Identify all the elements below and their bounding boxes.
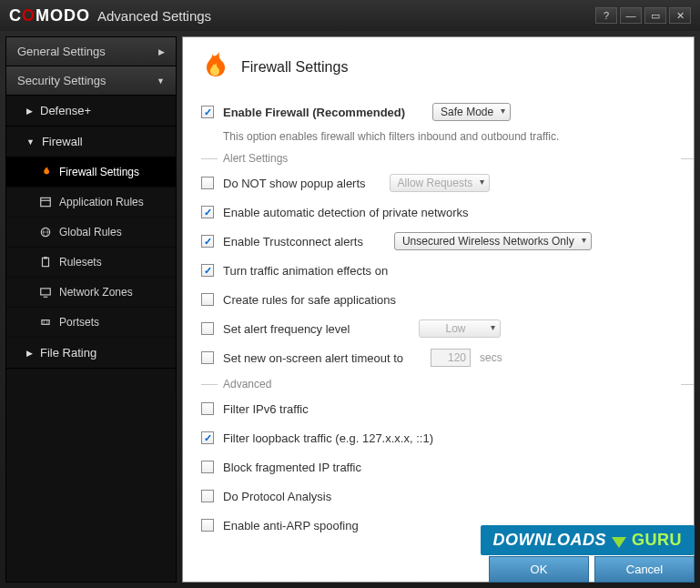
- sidebar-item-label: Global Rules: [59, 226, 122, 238]
- checkbox-protocol[interactable]: [201, 490, 214, 502]
- sidebar-sub-app-rules[interactable]: Application Rules: [6, 188, 176, 218]
- input-timeout: [431, 349, 471, 367]
- checkbox-safe-rules[interactable]: [201, 293, 214, 306]
- svg-rect-6: [44, 257, 47, 259]
- sidebar-sub-portsets[interactable]: Portsets: [6, 308, 176, 338]
- monitor-icon: [39, 286, 52, 299]
- checkbox-loopback[interactable]: [201, 431, 214, 444]
- group-alert-settings: Alert Settings: [223, 152, 675, 165]
- checkbox-no-popup[interactable]: [201, 177, 214, 189]
- help-button[interactable]: ?: [595, 7, 617, 24]
- label-protocol: Do Protocol Analysis: [223, 490, 331, 503]
- sidebar-item-label: Firewall Settings: [59, 166, 139, 178]
- sidebar-item-label: Firewall: [42, 135, 83, 148]
- desc-enable-firewall: This option enables firewall which filte…: [223, 130, 675, 143]
- window-icon: [39, 196, 52, 208]
- sidebar-label: Security Settings: [17, 74, 107, 87]
- label-timeout: Set new on-screen alert timeout to: [223, 351, 403, 365]
- checkbox-trustconnect[interactable]: [201, 235, 214, 248]
- sidebar-sub-rulesets[interactable]: Rulesets: [6, 248, 176, 278]
- label-safe-rules: Create rules for safe applications: [223, 293, 396, 307]
- sidebar-sub-global-rules[interactable]: Global Rules: [6, 218, 176, 248]
- cancel-button[interactable]: Cancel: [594, 556, 695, 583]
- titlebar: COMODO Advanced Settings ? — ▭ ✕: [0, 0, 700, 31]
- ok-button[interactable]: OK: [489, 556, 589, 583]
- brand-logo: COMODO: [9, 6, 90, 25]
- label-trustconnect: Enable Trustconnect alerts: [223, 235, 363, 248]
- chevron-right-icon: ▶: [158, 47, 165, 56]
- sidebar-label: General Settings: [17, 45, 106, 58]
- sidebar-item-label: Portsets: [59, 316, 99, 329]
- label-timeout-unit: secs: [480, 351, 502, 364]
- sidebar-item-label: Rulesets: [59, 256, 102, 269]
- svg-rect-9: [42, 320, 49, 325]
- checkbox-timeout[interactable]: [201, 351, 214, 364]
- label-traffic-anim: Turn traffic animation effects on: [223, 264, 388, 278]
- combo-firewall-mode[interactable]: Safe Mode: [432, 103, 511, 121]
- combo-no-popup-action: Allow Requests: [390, 174, 491, 192]
- chevron-right-icon: ▶: [26, 106, 33, 116]
- watermark-text-left: DOWNLOADS: [493, 531, 607, 550]
- combo-freq-level: Low: [419, 319, 501, 338]
- chevron-down-icon: ▼: [157, 76, 165, 86]
- sidebar-sub-network-zones[interactable]: Network Zones: [6, 278, 176, 308]
- sidebar-item-label: Application Rules: [59, 196, 144, 208]
- close-button[interactable]: ✕: [669, 7, 691, 24]
- globe-icon: [39, 226, 52, 238]
- sidebar-section-general[interactable]: General Settings ▶: [6, 37, 176, 66]
- svg-rect-0: [41, 198, 51, 206]
- sidebar-item-defense[interactable]: ▶ Defense+: [6, 96, 176, 127]
- page-title: Firewall Settings: [241, 59, 348, 76]
- flame-icon: [201, 50, 230, 85]
- checkbox-enable-firewall[interactable]: [201, 106, 214, 118]
- minimize-button[interactable]: —: [620, 7, 642, 24]
- svg-rect-7: [41, 289, 51, 295]
- label-enable-firewall: Enable Firewall (Recommended): [223, 106, 405, 119]
- checkbox-traffic-anim[interactable]: [201, 264, 214, 277]
- maximize-button[interactable]: ▭: [644, 7, 666, 24]
- checkbox-freq-level[interactable]: [201, 322, 214, 335]
- checkbox-auto-detect[interactable]: [201, 206, 214, 218]
- label-loopback: Filter loopback traffic (e.g. 127.x.x.x,…: [223, 431, 433, 445]
- window-title: Advanced Settings: [97, 8, 211, 24]
- flame-icon: [39, 166, 52, 178]
- label-fragmented: Block fragmented IP traffic: [223, 461, 361, 474]
- watermark-text-right: GURU: [632, 531, 682, 550]
- sidebar-item-label: Network Zones: [59, 286, 133, 299]
- sidebar: General Settings ▶ Security Settings ▼ ▶…: [5, 36, 177, 583]
- port-icon: [39, 316, 52, 329]
- label-auto-detect: Enable automatic detection of private ne…: [223, 206, 469, 219]
- group-advanced: Advanced: [223, 378, 675, 390]
- checkbox-ipv6[interactable]: [201, 402, 214, 415]
- combo-trustconnect[interactable]: Unsecured Wireless Networks Only: [394, 232, 592, 250]
- label-arp: Enable anti-ARP spoofing: [223, 519, 359, 532]
- chevron-down-icon: ▼: [26, 137, 35, 147]
- svg-rect-5: [43, 258, 49, 266]
- label-no-popup: Do NOT show popup alerts: [223, 177, 366, 190]
- sidebar-item-label: File Rating: [40, 346, 96, 360]
- sidebar-item-file-rating[interactable]: ▶ File Rating: [6, 338, 176, 369]
- label-ipv6: Filter IPv6 traffic: [223, 402, 309, 416]
- checkbox-fragmented[interactable]: [201, 461, 214, 473]
- checkbox-arp[interactable]: [201, 519, 214, 532]
- sidebar-item-label: Defense+: [40, 104, 91, 117]
- download-arrow-icon: [612, 537, 626, 548]
- clipboard-icon: [39, 256, 52, 269]
- sidebar-sub-firewall-settings[interactable]: Firewall Settings: [6, 157, 176, 188]
- content-panel: Firewall Settings Enable Firewall (Recom…: [182, 36, 695, 583]
- chevron-right-icon: ▶: [26, 349, 33, 358]
- footer: OK Cancel: [483, 551, 700, 588]
- sidebar-section-security[interactable]: Security Settings ▼: [6, 66, 176, 96]
- label-freq-level: Set alert frequency level: [223, 322, 350, 336]
- sidebar-item-firewall[interactable]: ▼ Firewall: [6, 127, 176, 157]
